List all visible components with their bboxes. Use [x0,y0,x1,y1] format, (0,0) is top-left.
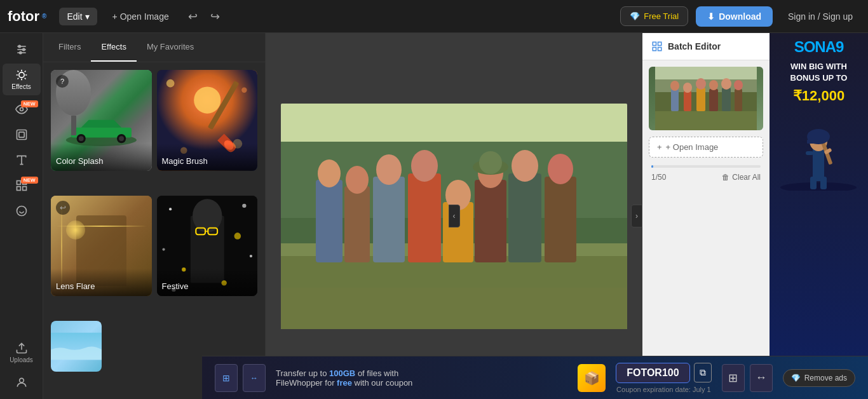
right-ad-logo: SONA9 [794,38,844,56]
ad-text: Transfer up to 100GB of files with FileW… [276,369,567,388]
uploads-label: Uploads [10,356,33,363]
ad-copy-button[interactable]: ⧉ [694,363,712,382]
scroll-item-thumbnail [51,321,102,372]
svg-rect-82 [696,88,705,111]
effect-lens-flare[interactable]: ↩ Lens Flare [51,196,152,297]
collapse-left-button[interactable]: ‹ [449,205,460,227]
sidebar-item-retouch[interactable]: NEW [3,98,41,121]
svg-point-26 [166,79,174,88]
free-trial-button[interactable]: 💎 Free Trial [620,6,688,26]
svg-point-4 [22,48,24,50]
sidebar-item-adjust[interactable] [3,38,41,61]
download-label: Download [719,11,761,22]
sidebar-item-account[interactable] [3,371,41,394]
clear-all-label: Clear All [732,173,761,182]
open-image-button[interactable]: + Open Image [105,8,177,25]
sidebar-item-stickers[interactable] [3,200,41,222]
signin-label: Sign in / Sign up [788,11,853,22]
uploads-icon [15,342,28,355]
effect-color-splash[interactable]: ? Color Splash [51,70,152,171]
tab-filters[interactable]: Filters [48,33,91,62]
sidebar-item-uploads[interactable]: Uploads [3,337,41,369]
sliders-icon [15,43,28,56]
frames-icon [15,128,28,141]
sidebar-item-text[interactable] [3,149,41,172]
tab-effects[interactable]: Effects [91,33,137,62]
batch-editor-header: Batch Editor [642,33,770,60]
svg-rect-56 [373,177,405,262]
svg-point-67 [548,154,573,184]
right-ad-panel: SONA9 WIN BIG WITH BONUS UP TO ₹12,000 [770,33,868,399]
download-button[interactable]: ⬇ Download [696,6,773,27]
sidebar-left: Effects NEW NEW Uploads [0,33,43,399]
svg-point-14 [17,206,26,216]
svg-rect-88 [735,89,742,111]
batch-photo-svg [649,67,763,130]
sidebar-item-elements[interactable]: NEW [3,174,41,197]
batch-editor-title: Batch Editor [668,41,721,51]
effect-info-icon: ? [56,75,69,88]
svg-point-83 [696,78,706,90]
signin-button[interactable]: Sign in / Sign up [780,11,860,22]
lens-flare-undo-icon: ↩ [56,201,70,215]
collapse-right-button[interactable]: › [631,205,642,227]
app-logo: fotor® [8,8,46,25]
add-image-button[interactable]: + + Open Image [649,137,763,158]
logo-superscript: ® [42,13,46,20]
progress-count: 1/50 [651,173,666,182]
svg-point-90 [780,182,857,191]
open-image-label: + Open Image [112,11,169,22]
svg-point-81 [683,83,692,93]
sidebar-item-frames[interactable] [3,123,41,146]
svg-point-20 [79,137,84,142]
svg-rect-13 [22,187,26,191]
svg-point-5 [19,51,21,53]
svg-point-89 [734,80,743,90]
svg-point-31 [169,208,172,210]
panel-tabs: Filters Effects My Favorites [43,33,265,62]
tab-favorites[interactable]: My Favorites [137,33,204,62]
redo-button[interactable]: ↪ [207,7,224,26]
scroll-illustration [51,321,102,372]
svg-rect-73 [653,48,656,51]
stickers-icon [15,205,28,217]
svg-rect-54 [344,186,370,262]
undo-button[interactable]: ↩ [184,7,201,26]
effect-festive[interactable]: Festive [157,196,258,297]
download-icon: ⬇ [707,11,715,22]
batch-footer: 1/50 🗑 Clear All [642,170,770,187]
new-badge-elements: NEW [21,177,38,184]
edit-button[interactable]: Edit ▾ [59,8,97,25]
diamond-icon: 💎 [630,11,640,21]
svg-point-23 [194,86,220,113]
effects-grid: ? Color Splash [43,62,265,399]
svg-point-55 [346,166,369,194]
right-ad-amount: ₹12,000 [793,88,844,104]
batch-editor-icon [651,41,663,52]
edit-label: Edit [67,11,82,22]
ad-icon-box-2: ↔ [243,364,266,392]
svg-point-21 [119,137,124,142]
svg-point-6 [18,72,24,78]
svg-point-87 [721,78,731,90]
svg-rect-62 [475,180,506,262]
svg-rect-86 [722,88,731,111]
remove-ads-button[interactable]: 💎 Remove ads [783,369,855,387]
progress-bar-wrap [651,165,761,168]
svg-point-65 [512,150,538,182]
sidebar-item-effects[interactable]: Effects [3,64,41,95]
remove-ads-label: Remove ads [804,374,847,382]
svg-rect-80 [684,91,691,111]
right-ad-inner: SONA9 WIN BIG WITH BONUS UP TO ₹12,000 [770,33,868,399]
clear-all-button[interactable]: 🗑 Clear All [722,173,761,182]
batch-image-thumbnail[interactable] [649,67,763,130]
svg-rect-72 [658,42,661,45]
effect-scroll-item[interactable] [51,321,102,372]
progress-bar [651,165,761,168]
svg-rect-9 [18,132,24,137]
svg-rect-95 [807,140,823,144]
plus-icon: + [657,142,662,152]
svg-rect-58 [408,173,441,262]
effect-magic-brush[interactable]: Magic Brush [157,70,258,171]
progress-fill [651,165,653,168]
